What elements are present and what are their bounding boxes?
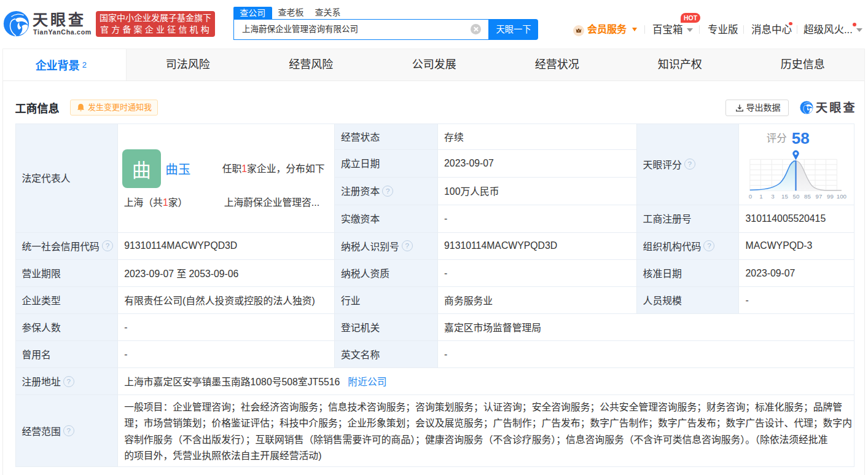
svg-text:85: 85	[804, 192, 811, 199]
svg-text:100: 100	[837, 192, 847, 199]
svg-text:97: 97	[816, 192, 823, 199]
svg-text:0: 0	[749, 192, 753, 199]
svg-text:50: 50	[793, 192, 800, 199]
svg-text:3: 3	[771, 192, 774, 199]
svg-text:99: 99	[827, 192, 834, 199]
svg-text:1: 1	[759, 192, 762, 199]
svg-text:15: 15	[781, 192, 788, 199]
